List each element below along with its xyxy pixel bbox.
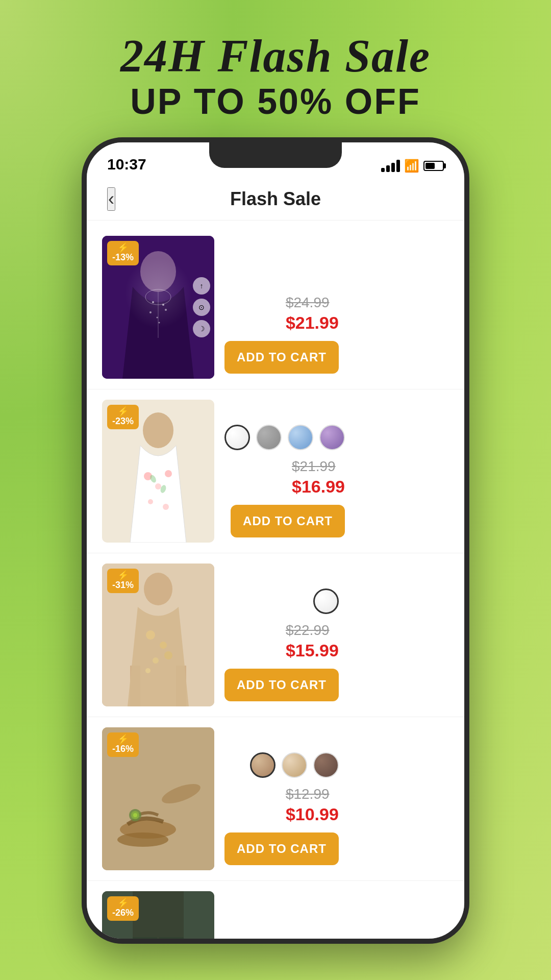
swatch-brown[interactable]	[313, 752, 339, 778]
svg-point-5	[149, 311, 152, 313]
color-swatches-2	[224, 425, 345, 450]
product-right-1: $24.99 $21.99 ADD TO CART	[224, 295, 339, 379]
svg-point-15	[163, 504, 169, 510]
product-image-wrap-5: ⚡ -26%	[102, 891, 214, 939]
battery-icon	[423, 161, 444, 171]
prices-4: $12.99 $10.99	[286, 786, 339, 824]
swatch-beige[interactable]	[282, 752, 307, 778]
share-icon: ↑	[193, 277, 210, 295]
svg-point-3	[152, 301, 154, 303]
product-right-2: $21.99 $16.99 ADD TO CART	[224, 425, 345, 543]
sale-price-4: $10.99	[286, 804, 339, 824]
product-image-wrap-2: ⚡ -23%	[102, 400, 214, 543]
wifi-icon: 📶	[404, 159, 419, 173]
original-price-2: $21.99	[292, 458, 345, 475]
color-swatches-3	[313, 589, 339, 614]
table-row: ⚡ -13% ↑ ⊙ ☽ $24.99 $21.99 ADD TO	[87, 226, 464, 389]
sale-price-3: $15.99	[286, 641, 339, 660]
banner-subtitle: UP TO 50% OFF	[10, 81, 541, 122]
prices-3: $22.99 $15.99	[286, 622, 339, 660]
svg-point-25	[164, 651, 172, 659]
original-price-4: $12.99	[286, 786, 339, 802]
product-right-3: $22.99 $15.99 ADD TO CART	[224, 589, 339, 706]
prices-1: $24.99 $21.99	[286, 295, 339, 333]
svg-point-29	[117, 832, 168, 847]
svg-rect-36	[133, 937, 157, 939]
svg-point-4	[162, 304, 164, 306]
back-button[interactable]: ‹	[107, 187, 115, 211]
discount-badge-1: ⚡ -13%	[107, 241, 139, 265]
sale-price-2: $16.99	[292, 477, 345, 497]
product-image-wrap-4: ⚡ -16%	[102, 727, 214, 870]
svg-point-6	[165, 309, 167, 311]
status-icons: 📶	[381, 159, 444, 173]
original-price-1: $24.99	[286, 295, 339, 311]
svg-point-12	[155, 483, 161, 489]
notch	[209, 142, 342, 168]
product-image-wrap-1: ⚡ -13% ↑ ⊙ ☽	[102, 236, 214, 379]
discount-badge-5: ⚡ -26%	[107, 896, 139, 921]
swatch-blue[interactable]	[288, 425, 313, 450]
table-row: ⚡ -31% $22.99 $15.99 ADD TO CART	[87, 553, 464, 717]
svg-point-8	[159, 322, 160, 324]
svg-rect-35	[133, 891, 184, 939]
table-row: ⚡ -26%	[87, 881, 464, 939]
table-row: ⚡ -23% $21.99 $16.99 ADD TO C	[87, 389, 464, 553]
original-price-3: $22.99	[286, 622, 339, 639]
add-to-cart-button-4[interactable]: ADD TO CART	[224, 832, 339, 865]
product-image-wrap-3: ⚡ -31%	[102, 564, 214, 706]
status-time: 10:37	[107, 156, 146, 173]
svg-point-2	[145, 289, 171, 305]
svg-point-32	[133, 813, 137, 817]
discount-badge-4: ⚡ -16%	[107, 732, 139, 757]
banner: 24H Flash Sale UP TO 50% OFF	[0, 0, 551, 137]
svg-point-23	[160, 642, 167, 649]
svg-point-14	[148, 499, 153, 504]
add-to-cart-button-1[interactable]: ADD TO CART	[224, 341, 339, 374]
svg-point-10	[143, 412, 173, 448]
phone-content[interactable]: ‹ Flash Sale	[87, 178, 464, 939]
svg-point-13	[165, 470, 172, 477]
product-list: ⚡ -13% ↑ ⊙ ☽ $24.99 $21.99 ADD TO	[87, 220, 464, 939]
swatch-tan[interactable]	[250, 752, 276, 778]
sale-price-1: $21.99	[286, 313, 339, 333]
svg-rect-37	[159, 937, 184, 939]
phone-frame: 10:37 📶 ‹ Flash Sale	[82, 137, 469, 944]
svg-point-21	[144, 573, 172, 605]
svg-point-7	[157, 317, 158, 318]
add-to-cart-button-3[interactable]: ADD TO CART	[224, 669, 339, 701]
svg-point-26	[145, 668, 151, 673]
swatch-purple[interactable]	[319, 425, 345, 450]
svg-point-24	[153, 657, 159, 664]
discount-badge-2: ⚡ -23%	[107, 405, 139, 429]
banner-title: 24H Flash Sale	[10, 31, 541, 81]
signal-icon	[381, 160, 400, 172]
swatch-gray[interactable]	[256, 425, 282, 450]
compare-icon: ⊙	[193, 299, 210, 316]
svg-point-1	[140, 251, 176, 292]
add-to-cart-button-2[interactable]: ADD TO CART	[231, 505, 345, 537]
prices-2: $21.99 $16.99	[292, 458, 345, 497]
svg-point-22	[146, 630, 155, 640]
color-swatches-4	[250, 752, 339, 778]
moon-icon: ☽	[193, 320, 210, 337]
product-side-icons: ↑ ⊙ ☽	[193, 277, 210, 337]
page-title: Flash Sale	[230, 188, 321, 210]
product-right-4: $12.99 $10.99 ADD TO CART	[224, 752, 339, 870]
discount-badge-3: ⚡ -31%	[107, 569, 139, 593]
swatch-white[interactable]	[224, 425, 250, 450]
table-row: ⚡ -16% $12.99 $10.99 ADD TO CART	[87, 717, 464, 881]
swatch-single[interactable]	[313, 589, 339, 614]
app-header: ‹ Flash Sale	[87, 178, 464, 220]
